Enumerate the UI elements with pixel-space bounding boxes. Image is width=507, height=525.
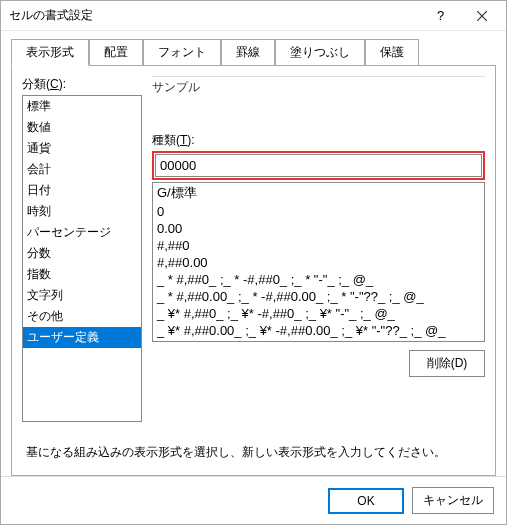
category-item[interactable]: 会計 [23, 159, 141, 180]
format-list[interactable]: G/標準00.00#,##0#,##0.00_ * #,##0_ ;_ * -#… [152, 182, 485, 342]
help-button[interactable]: ? [422, 2, 462, 30]
tabs: 表示形式配置フォント罫線塗りつぶし保護 [1, 31, 506, 65]
category-item[interactable]: ユーザー定義 [23, 327, 141, 348]
category-item[interactable]: 指数 [23, 264, 141, 285]
format-item[interactable]: _ * #,##0_ ;_ * -#,##0_ ;_ * "-"_ ;_ @_ [153, 271, 484, 288]
category-item[interactable]: 通貨 [23, 138, 141, 159]
tab-5[interactable]: 保護 [365, 39, 419, 65]
type-input-highlight [152, 151, 485, 180]
category-item[interactable]: 数値 [23, 117, 141, 138]
titlebar: セルの書式設定 ? [1, 1, 506, 31]
right-panel: サンプル 種類(T): G/標準00.00#,##0#,##0.00_ * #,… [152, 76, 485, 422]
category-item[interactable]: 時刻 [23, 201, 141, 222]
cancel-button[interactable]: キャンセル [412, 487, 494, 514]
svg-text:?: ? [437, 9, 444, 23]
category-item[interactable]: 日付 [23, 180, 141, 201]
format-item[interactable]: #,##0;-#,##0 [153, 339, 484, 342]
category-label: 分類(C): [22, 76, 142, 93]
tab-1[interactable]: 配置 [89, 39, 143, 65]
format-item[interactable]: _ ¥* #,##0_ ;_ ¥* -#,##0_ ;_ ¥* "-"_ ;_ … [153, 305, 484, 322]
tab-panel: 分類(C): 標準数値通貨会計日付時刻パーセンテージ分数指数文字列その他ユーザー… [11, 65, 496, 476]
category-item[interactable]: その他 [23, 306, 141, 327]
tab-3[interactable]: 罫線 [221, 39, 275, 65]
format-cells-dialog: セルの書式設定 ? 表示形式配置フォント罫線塗りつぶし保護 分類(C): 標準数… [0, 0, 507, 525]
button-bar: OK キャンセル [1, 476, 506, 524]
type-label: 種類(T): [152, 132, 485, 149]
tab-4[interactable]: 塗りつぶし [275, 39, 365, 65]
close-icon [477, 11, 487, 21]
tab-0[interactable]: 表示形式 [11, 39, 89, 66]
category-item[interactable]: 分数 [23, 243, 141, 264]
format-item[interactable]: _ * #,##0.00_ ;_ * -#,##0.00_ ;_ * "-"??… [153, 288, 484, 305]
delete-button[interactable]: 削除(D) [409, 350, 485, 377]
format-item[interactable]: #,##0.00 [153, 254, 484, 271]
sample-label: サンプル [152, 79, 485, 96]
tab-2[interactable]: フォント [143, 39, 221, 65]
category-panel: 分類(C): 標準数値通貨会計日付時刻パーセンテージ分数指数文字列その他ユーザー… [22, 76, 142, 422]
category-item[interactable]: パーセンテージ [23, 222, 141, 243]
type-input[interactable] [155, 154, 482, 177]
hint-text: 基になる組み込みの表示形式を選択し、新しい表示形式を入力してください。 [26, 444, 481, 461]
main-row: 分類(C): 標準数値通貨会計日付時刻パーセンテージ分数指数文字列その他ユーザー… [22, 76, 485, 422]
format-item[interactable]: G/標準 [153, 183, 484, 203]
format-item[interactable]: #,##0 [153, 237, 484, 254]
help-icon: ? [437, 9, 447, 23]
sample-area: サンプル [152, 76, 485, 126]
format-item[interactable]: 0.00 [153, 220, 484, 237]
category-item[interactable]: 標準 [23, 96, 141, 117]
format-item[interactable]: _ ¥* #,##0.00_ ;_ ¥* -#,##0.00_ ;_ ¥* "-… [153, 322, 484, 339]
delete-row: 削除(D) [152, 350, 485, 377]
close-button[interactable] [462, 2, 502, 30]
ok-button[interactable]: OK [328, 488, 404, 514]
window-title: セルの書式設定 [9, 7, 422, 24]
format-item[interactable]: 0 [153, 203, 484, 220]
category-list[interactable]: 標準数値通貨会計日付時刻パーセンテージ分数指数文字列その他ユーザー定義 [22, 95, 142, 422]
category-item[interactable]: 文字列 [23, 285, 141, 306]
